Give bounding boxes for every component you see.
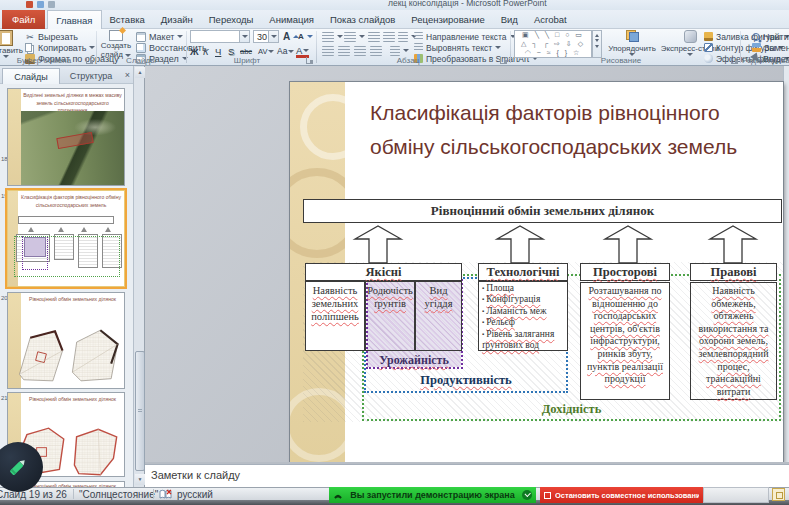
language-indicator[interactable]: русский — [177, 489, 213, 500]
up-arrow-shape[interactable] — [707, 225, 759, 263]
scroll-up-icon — [595, 34, 599, 37]
tab-slides-thumbnails[interactable]: Слайды — [2, 68, 60, 84]
bullets-button[interactable] — [322, 31, 343, 42]
tab-review[interactable]: Рецензирование — [403, 10, 492, 29]
scroll-up-icon[interactable]: ▲ — [135, 67, 145, 78]
close-icon[interactable]: × — [125, 69, 130, 81]
decrease-indent-button[interactable] — [368, 31, 380, 42]
clipboard-dialog-launcher[interactable] — [86, 57, 93, 64]
shrink-font-button[interactable]: А — [298, 31, 313, 42]
spellcheck-icon[interactable] — [159, 489, 172, 500]
category-technological[interactable]: Технологічні — [478, 263, 568, 281]
paragraph-dialog-launcher[interactable] — [500, 57, 507, 64]
tab-acrobat[interactable]: Acrobat — [526, 10, 575, 29]
columns-button[interactable] — [390, 45, 409, 56]
align-text-icon — [414, 43, 423, 52]
align-center-button[interactable] — [338, 45, 350, 56]
thumbnails-scrollbar[interactable]: ▲ ▼ — [133, 66, 145, 487]
tab-home[interactable]: Главная — [47, 10, 101, 29]
screenshare-banner[interactable]: Вы запустили демонстрацию экрана — [329, 487, 536, 503]
cadastral-map — [70, 426, 120, 477]
powerpoint-window: лекц консолідація - Microsoft PowerPoint… — [0, 0, 789, 505]
group-label-font: Шрифт — [188, 56, 306, 65]
tab-transitions[interactable]: Переходы — [201, 10, 262, 29]
cut-button[interactable]: ✂Вырезать — [25, 31, 78, 42]
increase-indent-button[interactable] — [383, 31, 395, 42]
numbering-icon — [344, 32, 356, 42]
slide-title[interactable]: Класифікація факторів рівноцінного обмін… — [370, 96, 784, 164]
numbering-button[interactable] — [344, 31, 365, 42]
undo-icon[interactable] — [48, 1, 55, 8]
category-qualitative[interactable]: Якісні — [305, 263, 462, 281]
drawing-dialog-launcher[interactable] — [731, 57, 738, 64]
justify-button[interactable] — [370, 45, 382, 56]
theme-name[interactable]: "Солнцестояние" — [79, 489, 158, 500]
tab-insert[interactable]: Вставка — [102, 10, 153, 29]
shapes-row[interactable]: ▣ ╲ ╲ □ ○ ▭ — [515, 31, 591, 40]
cadastral-map — [70, 327, 120, 383]
up-arrow-shape[interactable] — [602, 225, 654, 263]
font-name-dropdown[interactable] — [239, 31, 249, 42]
shield-check-icon — [522, 490, 532, 500]
tab-outline[interactable]: Структура — [61, 68, 121, 84]
tray-window-icon[interactable] — [772, 488, 785, 501]
arrange-button[interactable]: Упорядочить — [606, 30, 658, 56]
qual-improvements-box[interactable]: Наявність земельних поліпшень — [305, 281, 365, 351]
group-label-paragraph: Абзац — [318, 56, 498, 65]
replace-button[interactable]: Заменить — [752, 42, 789, 53]
scissors-icon: ✂ — [25, 32, 35, 42]
up-arrow-shape[interactable] — [494, 225, 546, 263]
quick-styles-icon — [684, 30, 697, 43]
shapes-gallery-scrollbar[interactable] — [592, 30, 602, 58]
category-legal[interactable]: Правові — [690, 263, 777, 281]
slide-thumbnail[interactable]: Рівноцінний обмін земельних ділянок — [7, 292, 125, 389]
tab-animations[interactable]: Анимация — [261, 10, 322, 29]
yield-label[interactable]: Урожайність — [367, 353, 461, 367]
shape-outline-icon — [704, 43, 713, 52]
align-left-button[interactable] — [322, 45, 334, 56]
scrollbar-thumb[interactable] — [135, 351, 145, 471]
slide-canvas[interactable]: Класифікація факторів рівноцінного обмін… — [290, 82, 783, 462]
copy-button[interactable]: Копировать — [25, 42, 95, 53]
quick-access-toolbar[interactable] — [26, 1, 55, 8]
tab-slideshow[interactable]: Показ слайдов — [322, 10, 403, 29]
font-dialog-launcher[interactable] — [306, 57, 313, 64]
font-size-combo[interactable]: 30 — [253, 30, 279, 43]
group-label-clipboard: Буфер обмена — [0, 56, 88, 65]
notes-pane[interactable]: Заметки к слайду — [145, 464, 789, 487]
font-name-combo[interactable] — [190, 30, 250, 43]
qual-fertility-box[interactable]: Родючість ґрунтів — [365, 281, 415, 351]
shapes-gallery[interactable]: ▣ ╲ ╲ □ ○ ▭ △ ┐ ┌ ⇨ ⇩ ◇ ◠ ~ ≈ { } ☆ — [514, 30, 592, 58]
slide-thumbnail-current[interactable]: Класифікація факторів рівноцінного обмін… — [7, 190, 125, 287]
grow-font-button[interactable]: А — [283, 31, 299, 42]
font-size-dropdown[interactable] — [268, 31, 278, 42]
tab-design[interactable]: Дизайн — [153, 10, 201, 29]
technological-box[interactable]: Площа Конфігурація Ламаність меж Рельєф … — [478, 281, 568, 351]
category-spatial[interactable]: Просторові — [580, 263, 670, 281]
text-direction-icon — [414, 32, 423, 41]
shape-fill-icon — [704, 32, 713, 41]
layout-button[interactable]: Макет — [136, 31, 183, 42]
text-direction-button[interactable]: Направление текста — [414, 31, 516, 42]
profitability-label[interactable]: Дохідність — [362, 401, 781, 417]
stop-sharing-button[interactable]: Остановить совместное использование — [540, 487, 703, 503]
scroll-down-icon[interactable]: ▼ — [135, 474, 145, 485]
save-icon[interactable] — [37, 1, 44, 8]
tab-view[interactable]: Вид — [493, 10, 526, 29]
window-title: лекц консолідація - Microsoft PowerPoint — [388, 0, 547, 8]
qual-landtype-box[interactable]: Вид угіддя — [415, 281, 462, 351]
spatial-box[interactable]: Розташування по відношенню до господарсь… — [580, 282, 670, 400]
slide-thumbnail[interactable]: Виділені земельні ділянки в межах масиву… — [7, 88, 125, 186]
find-button[interactable]: Найти — [752, 31, 789, 42]
align-right-button[interactable] — [354, 45, 366, 56]
align-text-button[interactable]: Выровнять текст — [414, 42, 501, 53]
diagram-root-box[interactable]: Рівноцінний обмін земельних ділянок — [303, 199, 782, 223]
clipboard-icon — [0, 30, 13, 46]
legal-box[interactable]: Наявність обмежень, обтяжень використанн… — [690, 282, 777, 400]
tab-file[interactable]: Файл — [2, 10, 45, 29]
shapes-row[interactable]: △ ┐ ┌ ⇨ ⇩ ◇ — [515, 40, 591, 49]
chevron-down-icon — [177, 35, 183, 38]
up-arrow-shape[interactable] — [352, 225, 404, 263]
productivity-label[interactable]: Продуктивність — [364, 371, 568, 389]
layout-icon — [136, 32, 146, 42]
